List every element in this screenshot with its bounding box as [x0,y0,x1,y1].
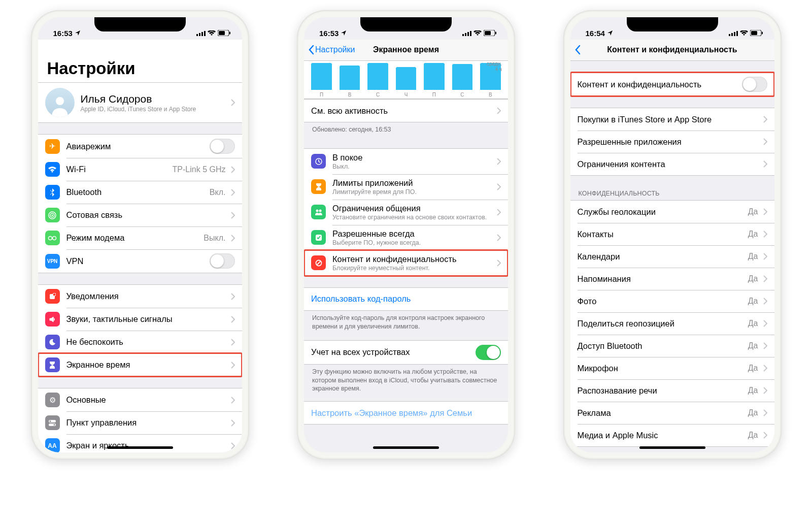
status-time: 16:53 [319,29,339,38]
profile-name: Илья Сидоров [81,93,229,105]
sound-icon [45,312,60,327]
cell-label: Экранное время [66,360,229,370]
svg-rect-3 [204,31,206,36]
chevron-right-icon [763,432,767,439]
cell-always-allowed[interactable]: Разрешенные всегда Выберите ПО, нужное в… [304,225,508,250]
home-indicator[interactable] [373,446,439,449]
cell-detail: Да [748,431,758,440]
list-item[interactable]: Разрешенные приложения [570,131,774,153]
content-privacy-toggle[interactable] [742,77,767,92]
moon-icon [45,335,60,349]
list-item[interactable]: Ограничения контента [570,153,774,175]
cell-content-privacy-toggle[interactable]: Контент и конфиденциальность [570,73,774,96]
cell-general[interactable]: ⚙︎ Основные [38,388,242,411]
list-item[interactable]: НапоминанияДа [570,268,774,290]
vpn-toggle[interactable] [210,253,235,269]
list-item[interactable]: Доступ BluetoothДа [570,335,774,357]
list-item[interactable]: Службы геолокацииДа [570,201,774,223]
list-item[interactable]: ФотоДа [570,290,774,312]
chevron-right-icon [231,419,235,427]
privacy-header: КОНФИДЕНЦИАЛЬНОСТЬ [570,187,774,200]
content-3[interactable]: Контент и конфиденциальность Покупки в i… [570,61,774,452]
airplane-toggle[interactable] [210,139,235,154]
svg-point-9 [49,236,52,240]
cell-bluetooth[interactable]: Bluetooth Вкл. [38,181,242,204]
home-indicator[interactable] [639,446,705,449]
cell-label: Покупки в iTunes Store и App Store [578,115,761,124]
list-item[interactable]: Медиа и Apple MusicДа [570,424,774,446]
cell-communication-limits[interactable]: Ограничения общения Установите ограничен… [304,200,508,225]
cell-label: Bluetooth [66,187,210,197]
cell-detail: Да [748,408,758,417]
nav-back-button[interactable]: Настройки [308,45,355,55]
cell-label: Разрешенные всегда [332,229,495,239]
cell-control-center[interactable]: Пункт управления [38,411,242,434]
cell-label: VPN [66,256,210,266]
chevron-right-icon [497,107,501,114]
cell-wifi[interactable]: Wi-Fi TP-Link 5 GHz [38,158,242,181]
usage-chart[interactable]: ПВСЧПСВ средн. 4 ч [304,61,508,99]
list-item[interactable]: КалендариДа [570,245,774,268]
cell-notifications[interactable]: Уведомления [38,285,242,308]
nav-bar: Контент и конфиденциальность [570,40,774,61]
chevron-right-icon [231,316,235,323]
cell-app-limits[interactable]: Лимиты приложений Лимитируйте время для … [304,174,508,200]
cell-label: Медиа и Apple Music [578,431,748,440]
list-item[interactable]: МикрофонДа [570,357,774,379]
cell-use-passcode[interactable]: Использовать код-пароль [304,288,508,310]
cell-label: Wi-Fi [66,165,173,174]
cell-downtime[interactable]: В покое Выкл. [304,149,508,174]
cell-see-all-activity[interactable]: См. всю активность [304,100,508,122]
svg-rect-5 [219,31,225,35]
content-1[interactable]: Настройки Илья Сидоров Apple ID, iCloud,… [38,40,242,452]
cell-hotspot[interactable]: Режим модема Выкл. [38,226,242,249]
chevron-right-icon [763,160,767,168]
nav-bar: Настройки Экранное время [304,40,508,61]
cell-label: Микрофон [578,364,748,373]
list-item[interactable]: КонтактыДа [570,223,774,245]
cell-label: См. всю активность [311,106,495,116]
cell-dnd[interactable]: Не беспокоить [38,331,242,353]
list-item[interactable]: Распознавание речиДа [570,379,774,402]
cell-vpn[interactable]: VPN VPN [38,249,242,273]
cell-screentime[interactable]: Экранное время [38,353,242,376]
hourglass-icon [45,357,60,372]
cell-label: Настроить «Экранное время» для Семьи [311,408,501,418]
cell-airplane[interactable]: ✈︎ Авиарежим [38,135,242,158]
chevron-right-icon [763,320,767,327]
cell-cellular[interactable]: Сотовая связь [38,204,242,226]
cell-sublabel: Лимитируйте время для ПО. [332,188,495,196]
svg-rect-17 [462,34,464,36]
home-indicator[interactable] [107,446,173,449]
signal-icon [729,29,738,38]
chevron-right-icon [231,235,235,242]
cell-detail: Да [748,252,758,261]
updated-footer: Обновлено: сегодня, 16:53 [304,122,508,137]
cell-sounds[interactable]: Звуки, тактильные сигналы [38,308,242,331]
nav-back-button[interactable] [574,45,581,55]
chart-bar-label: В [489,92,492,97]
cell-content-privacy[interactable]: Контент и конфиденциальность Блокируйте … [304,250,508,276]
profile-cell[interactable]: Илья Сидоров Apple ID, iCloud, iTunes St… [38,83,242,122]
share-devices-toggle[interactable] [476,345,501,360]
alldev-footer: Эту функцию можно включить на любом устр… [304,365,508,397]
battery-icon [750,29,763,38]
cell-share-across-devices[interactable]: Учет на всех устройствах [304,341,508,364]
svg-rect-2 [201,32,203,36]
list-item[interactable]: Покупки в iTunes Store и App Store [570,108,774,131]
phone-screen-3: 16:54 Контент и конфиденциальность Конте… [570,17,774,452]
content-2[interactable]: ПВСЧПСВ средн. 4 ч См. всю активность Об… [304,61,508,452]
list-item[interactable]: Поделиться геопозициейДа [570,312,774,335]
svg-rect-0 [196,34,198,36]
chart-bar-label: С [376,92,380,97]
cell-display[interactable]: AA Экран и яркость [38,434,242,452]
list-item[interactable]: РекламаДа [570,402,774,424]
chevron-right-icon [763,298,767,305]
cell-setup-family[interactable]: Настроить «Экранное время» для Семьи [304,402,508,424]
svg-rect-19 [467,32,469,36]
battery-icon [484,29,497,38]
nav-back-label: Настройки [315,45,355,54]
cell-sublabel: Установите ограничения на основе своих к… [332,214,495,221]
downtime-icon [311,154,326,169]
chart-bar [311,63,332,90]
